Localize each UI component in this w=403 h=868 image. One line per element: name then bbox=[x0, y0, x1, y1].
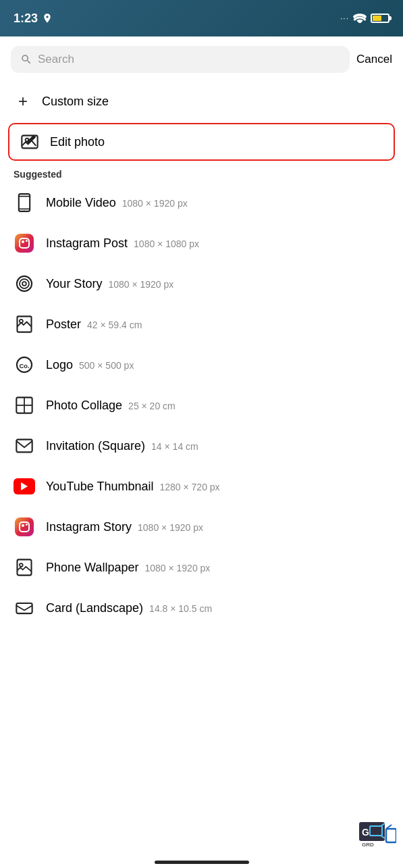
instagram-post-icon-container bbox=[14, 232, 35, 254]
phone-wallpaper-icon-container bbox=[14, 557, 35, 578]
instagram-story-name: Instagram Story 1080 × 1920 px bbox=[46, 520, 203, 534]
cancel-button[interactable]: Cancel bbox=[356, 50, 392, 69]
invitation-icon-container bbox=[14, 435, 35, 457]
mobile-video-icon bbox=[15, 193, 34, 212]
svg-point-7 bbox=[20, 279, 29, 288]
instagram-post-icon bbox=[15, 234, 34, 253]
list-item[interactable]: Phone Wallpaper 1080 × 1920 px bbox=[0, 547, 403, 588]
home-indicator bbox=[0, 854, 403, 868]
status-bar: 1:23 ··· bbox=[0, 0, 403, 36]
svg-rect-19 bbox=[16, 603, 32, 613]
clock: 1:23 bbox=[14, 11, 38, 26]
status-time: 1:23 bbox=[14, 11, 53, 26]
card-landscape-icon bbox=[15, 598, 34, 617]
list-item[interactable]: Instagram Post 1080 × 1080 px bbox=[0, 223, 403, 263]
wifi-icon bbox=[353, 14, 367, 23]
invitation-icon bbox=[15, 436, 34, 455]
svg-rect-16 bbox=[16, 440, 32, 453]
search-box[interactable]: Search bbox=[11, 46, 350, 73]
photo-collage-icon bbox=[15, 396, 34, 415]
svg-point-8 bbox=[22, 282, 26, 286]
list-item[interactable]: Instagram Story 1080 × 1920 px bbox=[0, 507, 403, 547]
poster-name: Poster 42 × 59.4 cm bbox=[46, 317, 142, 332]
logo-icon-container: Co. bbox=[14, 354, 35, 376]
mobile-video-name: Mobile Video 1080 × 1920 px bbox=[46, 196, 188, 210]
your-story-name: Your Story 1080 × 1920 px bbox=[46, 277, 173, 291]
status-icons: ··· bbox=[340, 14, 389, 23]
your-story-icon-container bbox=[14, 273, 35, 295]
poster-icon-container bbox=[14, 313, 35, 335]
search-icon bbox=[20, 53, 32, 66]
logo-name: Logo 500 × 500 px bbox=[46, 358, 134, 372]
signal-dots: ··· bbox=[340, 14, 349, 23]
edit-photo-item[interactable]: Edit photo bbox=[8, 123, 395, 161]
home-bar bbox=[155, 861, 249, 864]
location-icon bbox=[42, 13, 53, 24]
your-story-icon bbox=[15, 274, 34, 293]
suggested-section-label: Suggested bbox=[0, 163, 403, 182]
list-item[interactable]: Card (Landscape) 14.8 × 10.5 cm bbox=[0, 588, 403, 628]
youtube-thumbnail-name: YouTube Thumbnail 1280 × 720 px bbox=[46, 480, 220, 494]
instagram-story-icon bbox=[15, 517, 34, 536]
search-placeholder: Search bbox=[38, 53, 74, 66]
instagram-post-name: Instagram Post 1080 × 1080 px bbox=[46, 236, 199, 251]
list-item[interactable]: Invitation (Square) 14 × 14 cm bbox=[0, 426, 403, 466]
card-landscape-icon-container bbox=[14, 597, 35, 619]
svg-rect-26 bbox=[386, 829, 396, 842]
svg-point-18 bbox=[20, 563, 23, 567]
instagram-story-icon-container bbox=[14, 516, 35, 538]
poster-icon bbox=[15, 315, 34, 334]
custom-size-item[interactable]: + Custom size bbox=[0, 82, 403, 120]
battery-icon bbox=[371, 14, 389, 23]
youtube-icon-container bbox=[14, 476, 35, 497]
mobile-video-icon-container bbox=[14, 192, 35, 213]
svg-text:G: G bbox=[362, 827, 369, 838]
photo-collage-name: Photo Collage 25 × 20 cm bbox=[46, 399, 176, 413]
phone-wallpaper-icon bbox=[15, 558, 34, 577]
invitation-name: Invitation (Square) 14 × 14 cm bbox=[46, 439, 198, 453]
edit-photo-icon-container bbox=[19, 131, 41, 153]
watermark: G GRD bbox=[356, 821, 396, 848]
list-item[interactable]: Co. Logo 500 × 500 px bbox=[0, 344, 403, 385]
svg-text:GRD: GRD bbox=[362, 842, 374, 848]
edit-photo-icon bbox=[20, 132, 39, 151]
youtube-icon bbox=[14, 478, 35, 494]
svg-text:Co.: Co. bbox=[19, 363, 29, 369]
logo-icon: Co. bbox=[15, 355, 34, 374]
plus-icon: + bbox=[14, 92, 32, 111]
list-item[interactable]: Poster 42 × 59.4 cm bbox=[0, 304, 403, 344]
phone-wallpaper-name: Phone Wallpaper 1080 × 1920 px bbox=[46, 561, 210, 575]
list-item[interactable]: Your Story 1080 × 1920 px bbox=[0, 263, 403, 304]
custom-size-label: Custom size bbox=[42, 95, 109, 109]
card-landscape-name: Card (Landscape) 14.8 × 10.5 cm bbox=[46, 601, 212, 615]
app-watermark: G GRD bbox=[359, 822, 396, 848]
list-item[interactable]: YouTube Thumbnail 1280 × 720 px bbox=[0, 466, 403, 507]
svg-point-5 bbox=[24, 210, 25, 211]
list-item[interactable]: Mobile Video 1080 × 1920 px bbox=[0, 182, 403, 223]
list-item[interactable]: Photo Collage 25 × 20 cm bbox=[0, 385, 403, 426]
photo-collage-icon-container bbox=[14, 394, 35, 416]
search-container: Search Cancel bbox=[0, 36, 403, 82]
edit-photo-label: Edit photo bbox=[50, 135, 105, 149]
